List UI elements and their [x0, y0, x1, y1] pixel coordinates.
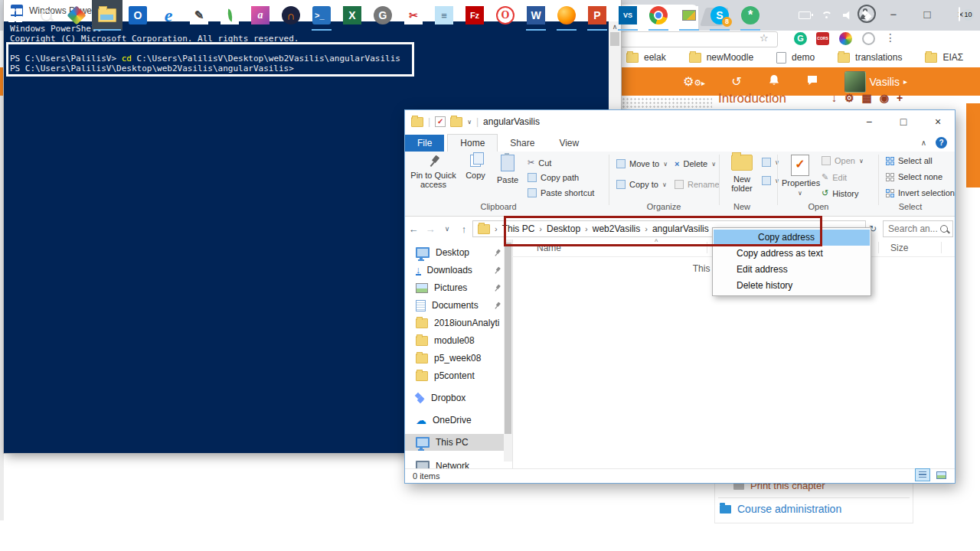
palette-extension-icon[interactable]	[839, 32, 852, 45]
select-none-button[interactable]: Select none	[886, 172, 942, 181]
pin-quick-access-button[interactable]: Pin to Quick access	[410, 155, 457, 189]
folder-icon[interactable]	[450, 117, 462, 127]
cut-button[interactable]: ✂Cut	[528, 158, 551, 168]
taskbar-opera[interactable]: O	[490, 0, 521, 31]
tab-view[interactable]: View	[547, 135, 591, 152]
taskbar-mongodb[interactable]	[214, 0, 245, 31]
sidebar-item-documents[interactable]: Documents	[405, 297, 514, 314]
bookmark-translations[interactable]: translations	[838, 52, 902, 63]
invert-selection-button[interactable]: Invert selection	[886, 188, 955, 197]
bookmark-newmoodle[interactable]: newMoodle	[689, 52, 753, 63]
browser-maximize-button[interactable]: □	[916, 5, 939, 24]
menu-item-edit-address[interactable]: Edit address	[714, 262, 870, 278]
notifications-bell-icon[interactable]	[768, 74, 780, 90]
menu-item-copy-address-as-text[interactable]: Copy address as text	[714, 246, 870, 262]
taskbar-notes-app[interactable]: ≡	[429, 0, 459, 31]
gear-icon[interactable]: ⚙	[844, 92, 854, 104]
taskbar-file-explorer[interactable]	[92, 0, 122, 31]
edit-button[interactable]: ✎Edit	[822, 172, 847, 182]
taskbar-vscode[interactable]: VS	[612, 0, 643, 31]
admin-gears-icon[interactable]: ⚙⚙▸	[683, 74, 705, 89]
cors-extension-icon[interactable]: CORS	[816, 32, 829, 45]
taskbar-gimp[interactable]: G	[368, 0, 398, 31]
course-administration-link[interactable]: Course administration	[720, 503, 841, 515]
scrollbar-thumb[interactable]	[505, 243, 511, 434]
taskbar-audacity[interactable]: ∩	[276, 0, 306, 31]
up-icon[interactable]: ↑	[456, 223, 472, 235]
grammarly-extension-icon[interactable]: G	[794, 32, 807, 45]
taskbar-outlook[interactable]: O	[122, 0, 153, 31]
recent-locations-icon[interactable]: ∨	[439, 225, 456, 233]
taskbar-filezilla[interactable]: Fz	[459, 0, 490, 31]
qat-dropdown-icon[interactable]: ∨	[467, 119, 472, 126]
taskbar-search-button[interactable]	[31, 0, 61, 31]
circle-extension-icon[interactable]	[862, 32, 875, 45]
copy-button[interactable]: Copy	[460, 155, 491, 180]
help-icon[interactable]: ?	[936, 137, 947, 148]
new-folder-button[interactable]: New folder	[724, 155, 760, 193]
explorer-maximize-button[interactable]: □	[887, 110, 920, 133]
paste-button[interactable]: Paste	[492, 155, 523, 184]
bookmark-star-icon[interactable]: ☆	[760, 32, 769, 44]
bookmark-eias[interactable]: ΕΙΑΣ	[925, 52, 963, 63]
scrollbar-thumb[interactable]	[610, 32, 619, 46]
taskbar-pink-a-app[interactable]: a	[245, 0, 276, 31]
sidebar-item-folder[interactable]: 2018iounAnalyti	[405, 315, 514, 331]
wifi-icon[interactable]	[822, 11, 832, 19]
tab-home[interactable]: Home	[447, 134, 498, 152]
sidebar-scrollbar[interactable]	[504, 240, 512, 461]
start-button[interactable]	[0, 0, 31, 31]
sidebar-item-desktop[interactable]: Desktop	[405, 244, 514, 261]
rename-button[interactable]: Rename	[675, 180, 720, 189]
menu-item-delete-history[interactable]: Delete history	[714, 278, 870, 294]
delete-button[interactable]: ×Delete∨	[675, 159, 716, 168]
copy-to-button[interactable]: Copy to∨	[616, 180, 667, 189]
ribbon-collapse-icon[interactable]: ∧	[921, 139, 926, 147]
taskbar-excel[interactable]: X	[337, 0, 368, 31]
tab-file[interactable]: File	[405, 135, 444, 152]
tab-share[interactable]: Share	[498, 135, 547, 152]
taskbar-image-viewer[interactable]	[674, 0, 704, 31]
eye-icon[interactable]: ◉	[880, 92, 889, 104]
explorer-close-button[interactable]: ×	[921, 110, 955, 133]
dropbox-tray-icon[interactable]	[863, 11, 872, 20]
large-icons-view-button[interactable]	[933, 468, 949, 481]
column-size[interactable]: Size	[890, 243, 908, 253]
user-menu[interactable]: Vasilis ▸	[844, 71, 907, 93]
explorer-minimize-button[interactable]: −	[852, 110, 886, 133]
sidebar-item-pictures[interactable]: Pictures	[405, 279, 514, 296]
details-view-button[interactable]	[915, 468, 930, 481]
move-down-icon[interactable]: ↓	[831, 92, 837, 104]
taskbar-edge[interactable]: e	[153, 0, 184, 31]
updates-icon[interactable]: ↺	[731, 74, 741, 89]
browser-minimize-button[interactable]: −	[882, 5, 905, 24]
sidebar-item-folder[interactable]: p5_week08	[405, 350, 514, 367]
forward-icon[interactable]: →	[422, 223, 439, 235]
taskbar-firefox[interactable]	[551, 0, 582, 31]
taskbar-chrome[interactable]	[643, 0, 674, 31]
back-icon[interactable]: ←	[405, 223, 422, 235]
taskbar-powerpoint[interactable]: P	[582, 0, 612, 31]
taskbar-skype[interactable]: S8	[704, 0, 735, 31]
battery-icon[interactable]	[799, 11, 811, 19]
select-all-button[interactable]: Select all	[886, 156, 933, 165]
sidebar-item-folder[interactable]: module08	[405, 332, 514, 349]
browser-menu-icon[interactable]: ⋮	[885, 31, 896, 44]
plus-icon[interactable]: +	[897, 92, 903, 104]
grid-icon[interactable]: ▦	[862, 92, 872, 104]
paste-shortcut-button[interactable]: Paste shortcut	[528, 188, 594, 197]
sidebar-item-dropbox[interactable]: Dropbox	[405, 390, 514, 406]
sidebar-item-onedrive[interactable]: ☁OneDrive	[405, 412, 514, 429]
sidebar-item-folder[interactable]: p5content	[405, 367, 514, 384]
taskbar-green-app[interactable]: *	[735, 0, 766, 31]
move-to-button[interactable]: Move to∨	[616, 159, 668, 168]
taskbar-app-diamond[interactable]	[61, 0, 92, 31]
history-button[interactable]: ↺History	[822, 188, 858, 198]
taskbar-word[interactable]: W	[521, 0, 551, 31]
messages-icon[interactable]	[806, 74, 818, 90]
address-bar-input[interactable]	[620, 31, 778, 47]
bookmark-eelak[interactable]: eelak	[626, 52, 666, 63]
search-input[interactable]: Search an...	[883, 220, 953, 237]
sidebar-item-downloads[interactable]: ↓Downloads	[405, 262, 514, 279]
taskbar-powershell[interactable]: >_	[306, 0, 337, 31]
